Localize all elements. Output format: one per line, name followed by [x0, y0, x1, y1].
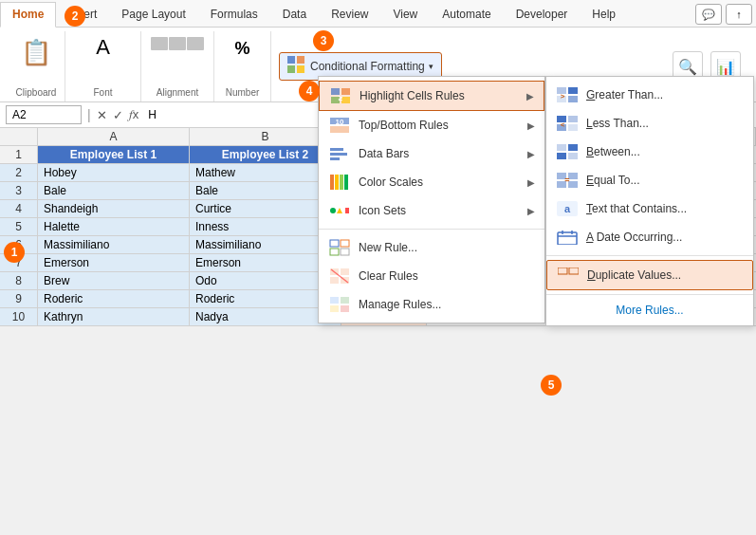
tab-help[interactable]: Help	[580, 2, 628, 27]
svg-rect-23	[341, 240, 349, 247]
svg-rect-43	[568, 124, 578, 131]
col-header-a[interactable]: A	[38, 128, 190, 145]
tab-view[interactable]: View	[380, 2, 430, 27]
menu-item-topbottom[interactable]: 10 Top/Bottom Rules ▶	[319, 111, 544, 139]
svg-rect-33	[330, 305, 339, 312]
svg-rect-46	[568, 144, 578, 151]
svg-rect-14	[330, 157, 340, 160]
submenu-item-between[interactable]: Between...	[546, 138, 753, 166]
svg-rect-62	[558, 276, 567, 283]
cell-a9[interactable]: Roderic	[38, 290, 190, 308]
badge-3: 3	[313, 30, 334, 51]
percent-icon: %	[234, 39, 249, 59]
confirm-formula-icon[interactable]: ✓	[113, 108, 123, 122]
dateoccurring-icon-svg	[557, 230, 578, 245]
cancel-formula-icon[interactable]: ✕	[97, 108, 107, 122]
newrule-icon	[328, 238, 351, 257]
svg-marker-20	[337, 208, 342, 213]
cell-a10[interactable]: Kathryn	[38, 308, 190, 326]
databars-label: Data Bars	[359, 147, 520, 160]
cell-a1[interactable]: Employee List 1	[38, 146, 190, 164]
svg-rect-2	[287, 65, 295, 73]
equalto-icon: =	[556, 171, 579, 190]
managerules-label: Manage Rules...	[359, 298, 535, 311]
dateoccurring-icon	[556, 228, 579, 247]
tab-automate[interactable]: Automate	[430, 2, 503, 27]
alignment-icons	[151, 37, 204, 50]
cell-a3[interactable]: Bale	[38, 182, 190, 200]
svg-rect-17	[340, 175, 343, 190]
main-menu: ≥ Highlight Cells Rules ▶ 10 Top/Bottom …	[318, 76, 545, 323]
comments-btn[interactable]: 💬	[695, 4, 722, 25]
tab-home[interactable]: Home	[0, 2, 56, 28]
svg-rect-48	[568, 153, 578, 159]
svg-rect-25	[341, 249, 349, 255]
submenu-item-equalto[interactable]: = Equal To...	[546, 166, 753, 194]
greaterthan-icon: >	[556, 85, 579, 104]
tab-formulas[interactable]: Formulas	[198, 2, 270, 27]
menu-item-iconsets[interactable]: Icon Sets ▶	[319, 196, 544, 225]
svg-rect-28	[330, 277, 339, 284]
svg-rect-38	[568, 96, 578, 102]
clearrules-label: Clear Rules	[359, 269, 535, 283]
newrule-icon-svg	[329, 239, 350, 256]
tab-pagelayout[interactable]: Page Layout	[109, 2, 197, 27]
paste-icon: 📋	[21, 37, 51, 67]
duplicatevalues-label: Duplicate Values...	[587, 268, 681, 282]
topbottom-rules-arrow: ▶	[527, 120, 535, 131]
between-icon-svg	[557, 144, 578, 159]
submenu-item-lessthan[interactable]: < Less Than...	[546, 109, 753, 138]
submenu-item-morerules[interactable]: More Rules...	[546, 299, 753, 322]
dateoccurring-label: A Date Occurring...	[586, 231, 682, 244]
row-num-1: 1	[0, 146, 38, 164]
cell-a7[interactable]: Emerson	[38, 254, 190, 272]
svg-rect-36	[568, 87, 578, 94]
equalto-label: Equal To...	[586, 174, 640, 187]
clearrules-icon-svg	[329, 268, 350, 285]
equalto-icon-svg: =	[557, 173, 578, 188]
cf-icon	[287, 56, 306, 77]
tab-data[interactable]: Data	[270, 2, 319, 27]
tab-developer[interactable]: Developer	[504, 2, 581, 27]
highlight-icon-svg: ≥	[330, 87, 351, 104]
row-num-8: 8	[0, 272, 38, 290]
menu-item-clearrules[interactable]: Clear Rules	[319, 262, 544, 290]
cell-a8[interactable]: Brew	[38, 272, 190, 290]
paste-button[interactable]: 📋	[15, 35, 57, 69]
clipboard-label: Clipboard	[16, 85, 57, 98]
svg-rect-32	[341, 297, 349, 304]
topbottom-rules-icon: 10	[328, 116, 351, 135]
badge-1: 1	[4, 242, 25, 263]
menu-item-highlight[interactable]: ≥ Highlight Cells Rules ▶	[319, 81, 544, 111]
insert-function-icon[interactable]: 𝑓x	[129, 107, 139, 122]
newrule-label: New Rule...	[359, 241, 535, 254]
iconsets-arrow: ▶	[527, 206, 535, 216]
cell-a6[interactable]: Massimiliano	[38, 236, 190, 254]
submenu-item-duplicatevalues[interactable]: Duplicate Values...	[546, 260, 753, 290]
iconsets-icon-svg	[329, 202, 350, 219]
menu-item-managerules[interactable]: Manage Rules...	[319, 290, 544, 319]
cell-a2[interactable]: Hobey	[38, 164, 190, 182]
name-box[interactable]	[6, 105, 82, 124]
share-btn[interactable]: ↑	[726, 4, 752, 25]
submenu-item-greaterthan[interactable]: > Greater Than...	[546, 81, 753, 109]
duplicatevalues-icon-svg	[558, 268, 579, 283]
svg-point-19	[330, 208, 336, 213]
between-icon	[556, 142, 579, 161]
row-num-5: 5	[0, 218, 38, 236]
cell-a4[interactable]: Shandeigh	[38, 200, 190, 218]
submenu-item-textcontains[interactable]: a Text that Contains...	[546, 194, 753, 223]
row-num-3: 3	[0, 182, 38, 200]
databars-icon-svg	[329, 145, 350, 162]
morerules-label: More Rules...	[616, 304, 683, 317]
menu-item-colorscales[interactable]: Color Scales ▶	[319, 168, 544, 196]
textcontains-label: Text that Contains...	[586, 202, 687, 215]
tab-review[interactable]: Review	[319, 2, 380, 27]
svg-text:a: a	[564, 203, 571, 214]
submenu-item-dateoccurring[interactable]: A Date Occurring...	[546, 223, 753, 251]
group-alignment: Alignment	[141, 31, 214, 101]
menu-item-databars[interactable]: Data Bars ▶	[319, 139, 544, 168]
menu-item-newrule[interactable]: New Rule...	[319, 233, 544, 262]
submenu-separator	[546, 255, 753, 256]
cell-a5[interactable]: Halette	[38, 218, 190, 236]
